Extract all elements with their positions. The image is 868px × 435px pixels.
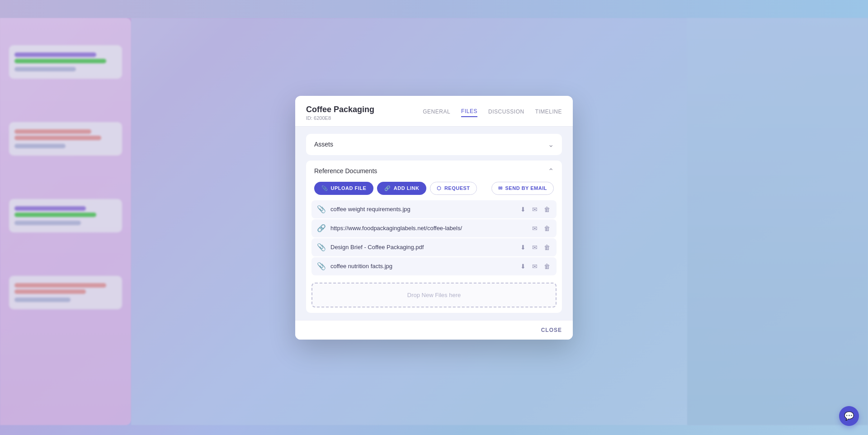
modal-tabs: GENERAL FILES DISCUSSION TIMELINE <box>423 108 562 117</box>
request-label: REQUEST <box>444 185 470 191</box>
file-download-btn-0[interactable]: ⬇ <box>519 205 527 214</box>
modal-header: Coffee Packaging ID: 6200E8 GENERAL FILE… <box>295 96 573 121</box>
chat-icon: 💬 <box>844 411 854 421</box>
file-delete-btn-1[interactable]: 🗑 <box>543 224 551 233</box>
modal-title: Coffee Packaging <box>306 105 374 114</box>
reference-docs-section: Reference Documents ⌃ 📎 UPLOAD FILE 🔗 AD… <box>306 161 562 313</box>
file-item-1: 🔗 https://www.foodpackaginglabels.net/co… <box>311 219 557 237</box>
request-icon: ⬡ <box>437 185 442 191</box>
request-button[interactable]: ⬡ REQUEST <box>430 182 476 195</box>
file-email-btn-3[interactable]: ✉ <box>531 262 538 271</box>
modal-footer: CLOSE <box>295 320 573 340</box>
file-actions-2: ⬇ ✉ 🗑 <box>519 243 551 252</box>
send-email-button[interactable]: ✉ SEND BY EMAIL <box>491 182 554 195</box>
ref-docs-header: Reference Documents ⌃ <box>306 161 562 180</box>
file-name-1: https://www.foodpackaginglabels.net/coff… <box>330 225 527 232</box>
tab-timeline[interactable]: TIMELINE <box>535 109 562 117</box>
assets-section: Assets ⌄ <box>306 134 562 155</box>
upload-file-label: UPLOAD FILE <box>331 185 367 191</box>
ref-docs-buttons-row: 📎 UPLOAD FILE 🔗 ADD LINK ⬡ REQUEST ✉ SEN… <box>306 180 562 200</box>
file-item-2: 📎 Design Brief - Coffee Packaging.pdf ⬇ … <box>311 238 557 256</box>
file-item-3: 📎 coffee nutrition facts.jpg ⬇ ✉ 🗑 <box>311 257 557 275</box>
file-delete-btn-2[interactable]: 🗑 <box>543 243 551 252</box>
modal-overlay: Coffee Packaging ID: 6200E8 GENERAL FILE… <box>0 0 868 435</box>
file-attachment-icon-0: 📎 <box>317 205 326 213</box>
chat-bubble-button[interactable]: 💬 <box>839 406 859 426</box>
assets-section-title: Assets <box>314 141 333 148</box>
link-icon: 🔗 <box>384 185 391 191</box>
drop-zone-label: Drop New Files here <box>407 292 461 298</box>
file-delete-btn-3[interactable]: 🗑 <box>543 262 551 271</box>
modal-title-area: Coffee Packaging ID: 6200E8 <box>306 105 374 121</box>
assets-section-header[interactable]: Assets ⌄ <box>306 134 562 155</box>
upload-file-button[interactable]: 📎 UPLOAD FILE <box>314 182 373 195</box>
modal-dialog: Coffee Packaging ID: 6200E8 GENERAL FILE… <box>295 96 573 340</box>
file-link-icon-1: 🔗 <box>317 224 326 232</box>
file-item-0: 📎 coffee weight requirements.jpg ⬇ ✉ 🗑 <box>311 200 557 218</box>
add-link-label: ADD LINK <box>394 185 420 191</box>
upload-icon: 📎 <box>321 185 328 191</box>
file-email-btn-0[interactable]: ✉ <box>531 205 538 214</box>
file-name-3: coffee nutrition facts.jpg <box>330 263 515 270</box>
file-name-2: Design Brief - Coffee Packaging.pdf <box>330 244 515 251</box>
file-actions-3: ⬇ ✉ 🗑 <box>519 262 551 271</box>
ref-docs-title: Reference Documents <box>314 167 377 175</box>
file-email-btn-1[interactable]: ✉ <box>531 224 538 233</box>
ref-docs-chevron-up-icon[interactable]: ⌃ <box>548 167 554 175</box>
file-list: 📎 coffee weight requirements.jpg ⬇ ✉ 🗑 🔗… <box>306 200 562 281</box>
file-name-0: coffee weight requirements.jpg <box>330 206 515 213</box>
file-download-btn-2[interactable]: ⬇ <box>519 243 527 252</box>
file-actions-1: ✉ 🗑 <box>531 224 551 233</box>
file-download-btn-3[interactable]: ⬇ <box>519 262 527 271</box>
tab-general[interactable]: GENERAL <box>423 109 450 117</box>
add-link-button[interactable]: 🔗 ADD LINK <box>377 182 426 195</box>
file-email-btn-2[interactable]: ✉ <box>531 243 538 252</box>
file-attachment-icon-3: 📎 <box>317 262 326 270</box>
email-icon: ✉ <box>498 185 503 191</box>
send-email-label: SEND BY EMAIL <box>505 185 547 191</box>
tab-discussion[interactable]: DISCUSSION <box>488 109 524 117</box>
assets-chevron-down-icon: ⌄ <box>548 140 554 149</box>
close-button[interactable]: CLOSE <box>541 327 562 333</box>
tab-files[interactable]: FILES <box>461 108 477 117</box>
modal-body: Assets ⌄ Reference Documents ⌃ 📎 UPLOAD … <box>295 127 573 320</box>
file-attachment-icon-2: 📎 <box>317 243 326 251</box>
file-actions-0: ⬇ ✉ 🗑 <box>519 205 551 214</box>
modal-id: ID: 6200E8 <box>306 115 374 121</box>
drop-zone[interactable]: Drop New Files here <box>311 283 557 307</box>
file-delete-btn-0[interactable]: 🗑 <box>543 205 551 214</box>
